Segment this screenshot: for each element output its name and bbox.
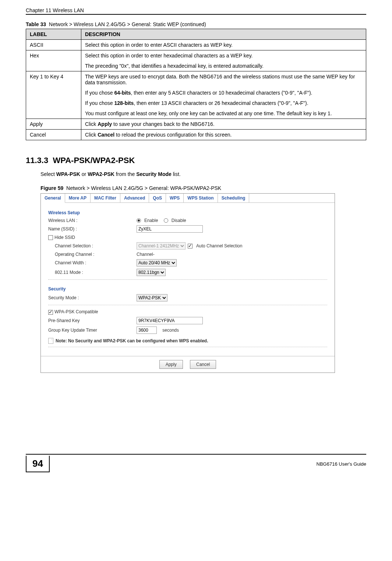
table-row: Key 1 to Key 4 The WEP keys are used to … bbox=[26, 71, 366, 119]
note-row: Note: No Security and WPA2-PSK can be co… bbox=[48, 335, 327, 345]
operating-channel-label: Operating Channel : bbox=[48, 252, 137, 257]
apply-button[interactable]: Apply bbox=[159, 360, 183, 369]
figure-caption: Figure 59 Network > Wireless LAN 2.4G/5G… bbox=[26, 185, 366, 191]
section-intro: Select WPA-PSK or WPA2-PSK from the Secu… bbox=[26, 171, 366, 177]
wlan-label: Wireless LAN : bbox=[48, 218, 137, 223]
security-mode-select[interactable]: WPA2-PSK bbox=[137, 294, 167, 301]
hide-ssid-checkbox[interactable] bbox=[48, 235, 53, 240]
tab-general[interactable]: General bbox=[41, 194, 65, 203]
psk-input[interactable] bbox=[137, 317, 203, 324]
divider bbox=[48, 347, 327, 347]
tab-more-ap[interactable]: More AP bbox=[65, 194, 91, 203]
wep-table: LABEL DESCRIPTION ASCII Select this opti… bbox=[26, 29, 366, 140]
table-row: ASCII Select this option in order to ent… bbox=[26, 40, 366, 50]
divider bbox=[48, 279, 327, 280]
mode-label: 802.11 Mode : bbox=[48, 270, 137, 275]
operating-channel-value: Channel- bbox=[137, 252, 327, 257]
wpa-compat-checkbox[interactable] bbox=[48, 310, 53, 315]
radio-enable[interactable] bbox=[137, 218, 141, 223]
cancel-button[interactable]: Cancel bbox=[190, 360, 216, 369]
security-header: Security bbox=[48, 283, 327, 293]
section-heading: 11.3.3 WPA-PSK/WPA2-PSK bbox=[26, 156, 366, 165]
auto-channel-checkbox[interactable] bbox=[188, 244, 193, 248]
channel-width-select[interactable]: Auto 20/40 MHz bbox=[137, 259, 177, 267]
channel-width-label: Channel Width : bbox=[48, 260, 137, 265]
mode-select[interactable]: 802.11bgn bbox=[137, 269, 166, 276]
tab-mac-filter[interactable]: MAC Filter bbox=[91, 194, 120, 203]
wireless-setup-header: Wireless Setup bbox=[48, 207, 327, 217]
table-row: Cancel Click Cancel to reload the previo… bbox=[26, 130, 366, 140]
tab-wps[interactable]: WPS bbox=[166, 194, 184, 203]
table-row: Apply Click Apply to save your changes b… bbox=[26, 119, 366, 130]
page-header: Chapter 11 Wireless LAN bbox=[26, 7, 366, 15]
divider bbox=[48, 305, 327, 305]
channel-select: Channel-1 2412MHz bbox=[137, 242, 186, 250]
guide-title: NBG6716 User's Guide bbox=[317, 461, 366, 467]
config-panel: General More AP MAC Filter Advanced QoS … bbox=[40, 193, 335, 373]
chapter-title: Chapter 11 Wireless LAN bbox=[26, 7, 84, 13]
ssid-label: Name (SSID) : bbox=[48, 226, 137, 232]
gkut-input[interactable] bbox=[137, 327, 157, 334]
page-number: 94 bbox=[26, 456, 50, 472]
psk-label: Pre-Shared Key bbox=[48, 318, 137, 323]
tab-scheduling[interactable]: Scheduling bbox=[218, 194, 250, 203]
table-row: Hex Select this option in order to enter… bbox=[26, 50, 366, 71]
tab-wps-station[interactable]: WPS Station bbox=[184, 194, 218, 203]
channel-selection-label: Channel Selection : bbox=[48, 243, 137, 248]
col-label: LABEL bbox=[26, 29, 81, 40]
security-mode-label: Security Mode : bbox=[48, 295, 137, 300]
gkut-label: Group Key Update Timer bbox=[48, 328, 137, 333]
note-icon bbox=[48, 338, 53, 344]
tab-advanced[interactable]: Advanced bbox=[120, 194, 149, 203]
ssid-input[interactable] bbox=[137, 225, 203, 233]
radio-disable[interactable] bbox=[164, 218, 168, 223]
table-caption: Table 33 Network > Wireless LAN 2.4G/5G … bbox=[26, 21, 366, 27]
tab-qos[interactable]: QoS bbox=[149, 194, 166, 203]
col-description: DESCRIPTION bbox=[81, 29, 366, 40]
tab-bar: General More AP MAC Filter Advanced QoS … bbox=[41, 194, 335, 203]
page-footer: 94 NBG6716 User's Guide bbox=[26, 454, 366, 472]
